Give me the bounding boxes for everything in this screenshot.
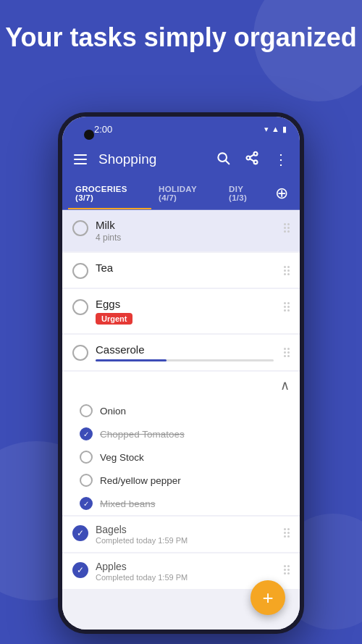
completed-title-apples: Apples (96, 561, 274, 572)
task-item-casserole: Casserole (62, 335, 300, 370)
task-item-milk: Milk 4 pints (62, 210, 300, 251)
fab-button[interactable]: + (251, 580, 285, 615)
drag-handle-apples (281, 562, 292, 577)
svg-line-1 (226, 160, 230, 164)
sub-item-text-chopped-tomatoes: Chopped Tomatoes (100, 429, 185, 440)
collapse-icon[interactable]: ∧ (280, 377, 290, 393)
task-title-eggs: Eggs (96, 298, 274, 310)
task-content-tea: Tea (96, 262, 274, 274)
svg-line-6 (250, 154, 254, 156)
task-title-milk: Milk (96, 219, 274, 231)
sub-item-text-mixed-beans: Mixed beans (100, 498, 156, 509)
status-icons: ▾ ▲ ▮ (264, 125, 287, 134)
sub-item-checkbox-chopped-tomatoes[interactable] (80, 427, 93, 440)
task-list: Milk 4 pints Tea (62, 210, 300, 630)
completed-subtitle-bagels: Completed today 1:59 PM (96, 536, 274, 545)
hamburger-line-3 (74, 163, 87, 164)
sub-item-onion: Onion (62, 399, 300, 422)
sub-items-header: ∧ (62, 372, 300, 399)
completed-title-bagels: Bagels (96, 524, 274, 535)
sub-item-veg-stock: Veg Stock (62, 446, 300, 469)
task-title-casserole: Casserole (96, 343, 274, 356)
header-section: Your tasks simply organized (0, 22, 362, 53)
completed-subtitle-apples: Completed today 1:59 PM (96, 573, 274, 582)
sub-item-checkbox-red-pepper[interactable] (80, 474, 93, 487)
task-content-bagels: Bagels Completed today 1:59 PM (96, 524, 274, 545)
tab-diy[interactable]: DIY (1/3) (222, 177, 269, 209)
tabs-bar: GROCERIES (3/7) HOLIDAY (4/7) DIY (1/3) … (62, 177, 300, 210)
drag-handle-milk (281, 220, 292, 235)
hamburger-line-2 (74, 159, 87, 160)
app-bar: Shopping ⋮ (62, 141, 300, 177)
phone-frame: 2:00 ▾ ▲ ▮ Shopping (58, 112, 304, 634)
drag-handle-casserole (281, 345, 292, 360)
add-list-button[interactable]: ⊕ (269, 181, 294, 206)
status-bar: 2:00 ▾ ▲ ▮ (62, 117, 300, 141)
camera-dot (84, 130, 94, 140)
menu-button[interactable] (71, 151, 90, 167)
share-icon[interactable] (242, 148, 262, 172)
task-item-eggs: Eggs Urgent (62, 289, 300, 333)
task-content-eggs: Eggs Urgent (96, 298, 274, 325)
sub-item-chopped-tomatoes: Chopped Tomatoes (62, 422, 300, 446)
status-time: 2:00 (94, 124, 112, 135)
task-checkbox-apples[interactable] (72, 562, 88, 578)
more-icon[interactable]: ⋮ (271, 148, 291, 171)
task-badge-eggs: Urgent (96, 313, 132, 325)
sub-item-checkbox-onion[interactable] (80, 404, 93, 417)
task-checkbox-milk[interactable] (72, 220, 88, 236)
hamburger-line-1 (74, 154, 87, 156)
app-bar-title: Shopping (98, 151, 204, 167)
task-content-casserole: Casserole (96, 343, 274, 361)
phone-screen: 2:00 ▾ ▲ ▮ Shopping (62, 117, 300, 630)
task-title-tea: Tea (96, 262, 274, 274)
task-checkbox-casserole[interactable] (72, 345, 88, 361)
drag-handle-tea (281, 263, 292, 278)
battery-icon: ▮ (282, 125, 287, 134)
drag-handle-eggs (281, 299, 292, 314)
drag-handle-bagels (281, 525, 292, 540)
task-content-milk: Milk 4 pints (96, 219, 274, 243)
search-icon[interactable] (213, 148, 233, 172)
completed-item-bagels: Bagels Completed today 1:59 PM (62, 517, 300, 552)
sub-item-checkbox-mixed-beans[interactable] (80, 497, 93, 510)
task-checkbox-bagels[interactable] (72, 525, 88, 541)
sub-item-text-red-pepper: Red/yellow pepper (100, 475, 181, 486)
signal-icon: ▲ (272, 125, 279, 133)
task-item-tea: Tea (62, 253, 300, 288)
page-title: Your tasks simply organized (0, 22, 362, 53)
fab-icon: + (262, 588, 273, 607)
svg-line-5 (250, 159, 254, 161)
sub-item-text-veg-stock: Veg Stock (100, 452, 144, 463)
task-subtitle-milk: 4 pints (96, 233, 274, 243)
sub-item-text-onion: Onion (100, 406, 126, 417)
sub-item-checkbox-veg-stock[interactable] (80, 451, 93, 464)
tab-groceries[interactable]: GROCERIES (3/7) (68, 177, 151, 209)
sub-item-red-pepper: Red/yellow pepper (62, 469, 300, 492)
tab-holiday[interactable]: HOLIDAY (4/7) (151, 177, 222, 209)
wifi-icon: ▾ (264, 125, 269, 134)
task-content-apples: Apples Completed today 1:59 PM (96, 561, 274, 582)
task-checkbox-eggs[interactable] (72, 299, 88, 315)
casserole-sub-items: ∧ Onion Chopped Tomatoes Veg Stock Red/y (62, 372, 300, 515)
task-checkbox-tea[interactable] (72, 263, 88, 279)
sub-item-mixed-beans: Mixed beans (62, 492, 300, 515)
